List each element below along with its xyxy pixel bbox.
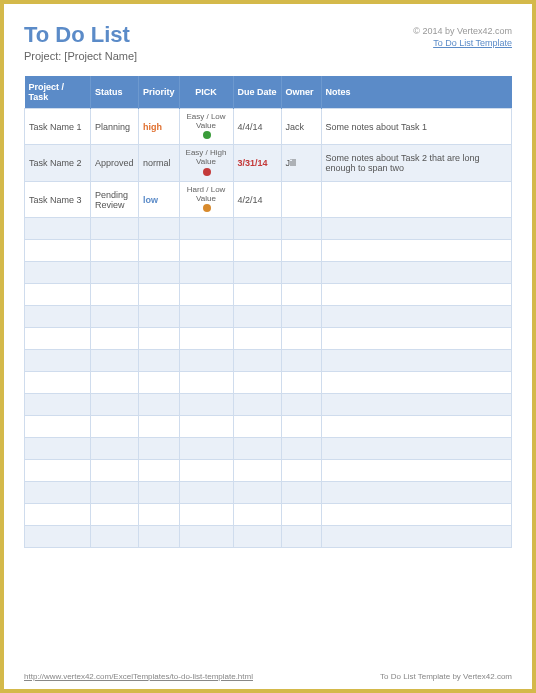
cell-task[interactable]: Task Name 3 (25, 181, 91, 217)
project-subtitle: Project: [Project Name] (24, 50, 137, 62)
col-header-notes[interactable]: Notes (321, 76, 511, 109)
page-title: To Do List (24, 22, 137, 48)
cell-status[interactable]: Approved (91, 145, 139, 181)
cell-priority[interactable]: high (139, 109, 180, 145)
table-row-empty[interactable] (25, 284, 512, 306)
table-row-empty[interactable] (25, 262, 512, 284)
cell-due[interactable]: 4/2/14 (233, 181, 281, 217)
col-header-pick[interactable]: PICK (179, 76, 233, 109)
table-row-empty[interactable] (25, 504, 512, 526)
cell-owner[interactable]: Jill (281, 145, 321, 181)
table-header-row: Project / Task Status Priority PICK Due … (25, 76, 512, 109)
cell-status[interactable]: Planning (91, 109, 139, 145)
col-header-owner[interactable]: Owner (281, 76, 321, 109)
table-row-empty[interactable] (25, 372, 512, 394)
cell-pick[interactable]: Easy / Low Value (179, 109, 233, 145)
col-header-priority[interactable]: Priority (139, 76, 180, 109)
cell-owner[interactable] (281, 181, 321, 217)
cell-pick[interactable]: Easy / High Value (179, 145, 233, 181)
template-link[interactable]: To Do List Template (413, 38, 512, 48)
table-row-empty[interactable] (25, 240, 512, 262)
table-row-empty[interactable] (25, 306, 512, 328)
status-dot-icon (203, 168, 211, 176)
table-row-empty[interactable] (25, 328, 512, 350)
table-row-empty[interactable] (25, 526, 512, 548)
col-header-task[interactable]: Project / Task (25, 76, 91, 109)
table-row[interactable]: Task Name 2ApprovednormalEasy / High Val… (25, 145, 512, 181)
copyright-text: © 2014 by Vertex42.com (413, 26, 512, 36)
cell-due[interactable]: 4/4/14 (233, 109, 281, 145)
cell-priority[interactable]: normal (139, 145, 180, 181)
table-row[interactable]: Task Name 3Pending ReviewlowHard / Low V… (25, 181, 512, 217)
table-row[interactable]: Task Name 1PlanninghighEasy / Low Value4… (25, 109, 512, 145)
footer-credit: To Do List Template by Vertex42.com (380, 672, 512, 681)
cell-owner[interactable]: Jack (281, 109, 321, 145)
table-row-empty[interactable] (25, 394, 512, 416)
cell-notes[interactable] (321, 181, 511, 217)
cell-task[interactable]: Task Name 2 (25, 145, 91, 181)
cell-priority[interactable]: low (139, 181, 180, 217)
cell-task[interactable]: Task Name 1 (25, 109, 91, 145)
todo-table: Project / Task Status Priority PICK Due … (24, 76, 512, 548)
status-dot-icon (203, 204, 211, 212)
cell-status[interactable]: Pending Review (91, 181, 139, 217)
table-row-empty[interactable] (25, 482, 512, 504)
table-row-empty[interactable] (25, 460, 512, 482)
cell-notes[interactable]: Some notes about Task 2 that are long en… (321, 145, 511, 181)
col-header-status[interactable]: Status (91, 76, 139, 109)
col-header-due[interactable]: Due Date (233, 76, 281, 109)
table-row-empty[interactable] (25, 416, 512, 438)
status-dot-icon (203, 131, 211, 139)
cell-pick[interactable]: Hard / Low Value (179, 181, 233, 217)
table-row-empty[interactable] (25, 218, 512, 240)
table-row-empty[interactable] (25, 438, 512, 460)
cell-notes[interactable]: Some notes about Task 1 (321, 109, 511, 145)
cell-due[interactable]: 3/31/14 (233, 145, 281, 181)
table-row-empty[interactable] (25, 350, 512, 372)
footer-url[interactable]: http://www.vertex42.com/ExcelTemplates/t… (24, 672, 253, 681)
